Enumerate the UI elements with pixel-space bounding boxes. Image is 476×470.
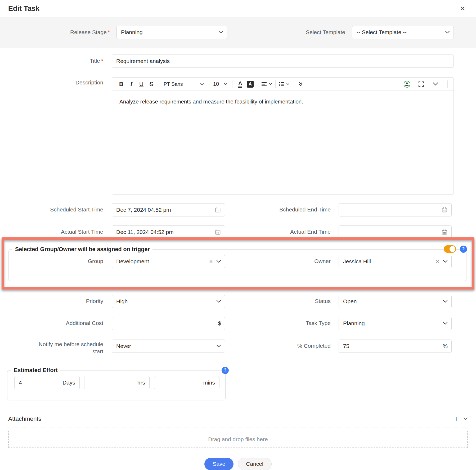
more-formats-icon[interactable] xyxy=(296,80,305,89)
chevron-down-icon xyxy=(443,260,448,263)
percent-completed-input[interactable]: % xyxy=(339,340,452,353)
trigger-legend: Selected Group/Owner will be assigned on… xyxy=(12,246,152,253)
mins-unit: mins xyxy=(203,379,215,386)
scheduled-end-input[interactable] xyxy=(339,203,452,216)
clear-icon[interactable]: ✕ xyxy=(435,259,440,265)
actual-start-label: Actual Start Time xyxy=(0,225,103,235)
hrs-unit: hrs xyxy=(137,379,145,386)
task-type-select[interactable]: Planning xyxy=(339,317,452,330)
chevron-down-icon xyxy=(445,31,450,34)
toolbar-divider xyxy=(258,80,258,88)
owner-label: Owner xyxy=(225,255,331,264)
file-dropzone[interactable]: Drag and drop files here xyxy=(8,431,468,448)
save-button[interactable]: Save xyxy=(204,458,233,470)
description-editor: B I U S PT Sans 10 A A xyxy=(112,77,454,195)
editor-more-icon[interactable] xyxy=(431,80,440,89)
owner-select[interactable]: Jessica Hill ✕ xyxy=(339,255,452,268)
trigger-toggle[interactable] xyxy=(444,245,456,253)
percent-suffix: % xyxy=(443,343,448,349)
chevron-down-icon xyxy=(218,31,223,34)
dialog-header: Edit Task ✕ xyxy=(0,0,476,17)
italic-icon[interactable]: I xyxy=(127,80,136,89)
add-attachment-icon[interactable]: + xyxy=(454,415,459,423)
effort-hrs-input[interactable]: hrs xyxy=(84,376,150,389)
notify-select[interactable]: Never xyxy=(112,340,225,353)
calendar-icon[interactable] xyxy=(441,229,448,235)
chevron-down-icon xyxy=(200,83,204,85)
days-unit: Days xyxy=(62,379,75,386)
estimated-effort-legend: Estimated Effort xyxy=(11,367,60,374)
select-template-select[interactable]: -- Select Template -- xyxy=(352,26,454,39)
select-template-label: Select Template xyxy=(227,29,345,35)
group-select[interactable]: Development ✕ xyxy=(112,255,225,268)
font-color-icon[interactable]: A xyxy=(238,80,242,88)
align-select[interactable] xyxy=(261,82,272,87)
description-textarea[interactable]: Analyze release requirements and measure… xyxy=(112,91,453,195)
strikethrough-icon[interactable]: S xyxy=(147,80,156,89)
fullscreen-icon[interactable] xyxy=(417,80,426,89)
priority-select[interactable]: High xyxy=(112,295,225,308)
calendar-icon[interactable] xyxy=(215,207,221,213)
attachments-divider xyxy=(7,427,468,427)
cancel-button[interactable]: Cancel xyxy=(238,458,271,470)
toolbar-divider xyxy=(159,80,159,88)
toolbar-divider xyxy=(293,80,293,88)
status-label: Status xyxy=(225,295,331,304)
notify-label: Notify me before schedule start xyxy=(0,340,103,355)
effort-mins-input[interactable]: mins xyxy=(154,376,219,389)
percent-completed-label: % Completed xyxy=(225,340,331,349)
trigger-fieldset: Selected Group/Owner will be assigned on… xyxy=(8,246,466,281)
calendar-icon[interactable] xyxy=(441,207,448,213)
font-size-select[interactable]: 10 xyxy=(212,81,229,87)
priority-label: Priority xyxy=(0,295,103,304)
toolbar-divider xyxy=(208,80,208,88)
highlight-color-icon[interactable]: A xyxy=(247,81,254,88)
additional-cost-label: Additional Cost xyxy=(0,317,103,326)
additional-cost-input[interactable]: $ xyxy=(112,317,225,330)
close-icon[interactable]: ✕ xyxy=(460,5,465,12)
spellcheck-word: Analyze xyxy=(119,98,139,105)
chevron-down-icon xyxy=(216,300,221,303)
clear-icon[interactable]: ✕ xyxy=(209,259,213,265)
release-stage-select[interactable]: Planning xyxy=(116,26,227,39)
group-label: Group xyxy=(9,255,103,264)
additional-cost-field[interactable] xyxy=(116,320,218,327)
toolbar-divider xyxy=(232,80,232,88)
chevron-down-icon xyxy=(443,300,448,303)
page-title: Edit Task xyxy=(8,4,39,13)
scheduled-start-label: Scheduled Start Time xyxy=(0,203,103,213)
toolbar-divider xyxy=(447,80,448,88)
attachments-label: Attachments xyxy=(8,415,41,422)
underline-icon[interactable]: U xyxy=(137,80,146,89)
title-label: Title* xyxy=(0,55,103,64)
trigger-section: Selected Group/Owner will be assigned on… xyxy=(0,237,476,290)
release-stage-label: Release Stage* xyxy=(0,29,110,35)
chevron-down-icon xyxy=(286,83,290,85)
chevron-down-icon xyxy=(216,260,221,263)
calendar-icon[interactable] xyxy=(215,229,221,235)
chevron-down-icon xyxy=(216,345,221,348)
template-band: Release Stage* Planning Select Template … xyxy=(0,17,476,48)
chevron-down-icon xyxy=(224,83,227,85)
list-select[interactable] xyxy=(279,82,290,87)
task-type-label: Task Type xyxy=(225,317,331,326)
toolbar-divider xyxy=(275,80,276,88)
align-left-icon xyxy=(261,82,267,87)
scheduled-end-label: Scheduled End Time xyxy=(225,203,331,213)
insert-user-sync-icon[interactable] xyxy=(402,80,411,89)
font-family-select[interactable]: PT Sans xyxy=(163,81,205,87)
help-icon[interactable]: ? xyxy=(460,246,467,253)
toggle-knob xyxy=(450,246,455,252)
help-icon[interactable]: ? xyxy=(222,367,229,374)
chevron-down-icon xyxy=(443,322,448,325)
effort-days-input[interactable]: 4 Days xyxy=(14,376,80,389)
percent-completed-field[interactable] xyxy=(343,343,443,349)
scheduled-start-input[interactable]: Dec 7, 2024 04:52 pm xyxy=(112,203,225,216)
title-input[interactable] xyxy=(112,55,454,68)
status-select[interactable]: Open xyxy=(339,295,452,308)
editor-toolbar: B I U S PT Sans 10 A A xyxy=(112,78,453,91)
bold-icon[interactable]: B xyxy=(117,80,126,89)
description-label: Description xyxy=(0,77,103,86)
collapse-attachments-icon[interactable] xyxy=(463,417,468,420)
actual-end-label: Actual End Time xyxy=(225,225,331,235)
